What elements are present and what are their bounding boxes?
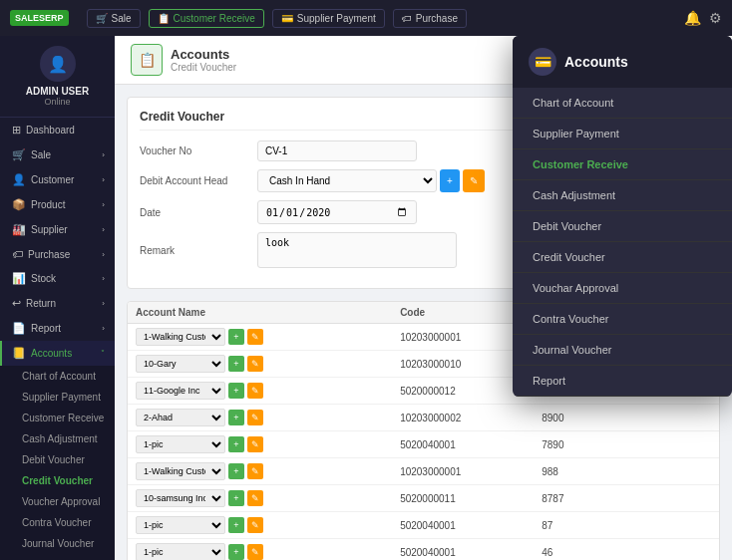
sidebar-item-customer[interactable]: 👤Customer › [0,167,115,192]
account-select-7[interactable]: 1-pic [136,516,225,534]
date-label: Date [140,207,249,218]
account-select-0[interactable]: 1-Walking Customer [136,328,225,346]
sale-menu-icon: 🛒 [12,148,26,160]
supplier-payment-nav-btn[interactable]: 💳 Supplier Payment [272,9,385,28]
action-cell-4 [632,431,719,458]
account-add-btn-6[interactable]: + [228,490,244,506]
submenu-credit-voucher[interactable]: Credit Voucher [0,470,115,491]
amount-cell-4: 7890 [534,431,632,458]
submenu-supplier-payment[interactable]: Supplier Payment [0,387,115,408]
submenu-cash-adjustment[interactable]: Cash Adjustment [0,428,115,449]
code-cell-6: 5020000011 [392,485,534,512]
sidebar-item-return[interactable]: ↩Return › [0,291,115,316]
chevron-right-icon4: › [102,250,105,259]
sidebar-item-dashboard[interactable]: ⊞Dashboard [0,118,115,142]
account-select-8[interactable]: 1-pic [136,543,225,560]
account-select-4[interactable]: 1-pic [136,435,225,453]
account-add-btn-5[interactable]: + [228,463,244,479]
account-cell-0: 1-Walking Customer + ✎ [128,324,392,351]
main-layout: 👤 ADMIN USER Online ⊞Dashboard 🛒Sale › 👤… [0,36,732,560]
submenu-customer-receive[interactable]: Customer Receive [0,408,115,428]
top-right: 🔔 ⚙ [684,10,722,26]
dashboard-icon: ⊞ [12,124,21,136]
dropdown-contra-voucher[interactable]: Contra Voucher [513,304,732,335]
account-edit-btn-1[interactable]: ✎ [247,356,263,372]
account-edit-btn-6[interactable]: ✎ [247,490,263,506]
sale-nav-btn[interactable]: 🛒 Sale [87,9,141,28]
settings-icon[interactable]: ⚙ [709,10,722,26]
account-edit-btn-4[interactable]: ✎ [247,436,263,452]
remark-textarea[interactable]: look [257,232,457,268]
debit-account-select[interactable]: Cash In Hand [257,169,437,192]
sidebar-item-supplier[interactable]: 🏭Supplier › [0,217,115,242]
submenu-debit-voucher[interactable]: Debit Voucher [0,449,115,470]
sidebar-item-stock[interactable]: 📊Stock › [0,266,115,291]
account-edit-btn-3[interactable]: ✎ [247,410,263,425]
amount-cell-8: 46 [534,539,632,561]
notification-icon[interactable]: 🔔 [684,10,701,26]
logo: SALESERP [10,10,69,26]
account-select-2[interactable]: 11-Google Inc [136,382,225,400]
dropdown-credit-voucher[interactable]: Credit Voucher [513,242,732,273]
submenu-report[interactable]: Report [0,554,115,560]
account-select-1[interactable]: 10-Gary [136,355,225,373]
debit-account-edit-btn[interactable]: ✎ [463,169,485,192]
account-add-btn-0[interactable]: + [228,329,244,345]
account-cell-4: 1-pic + ✎ [128,431,392,458]
purchase-menu-icon: 🏷 [12,248,23,260]
submenu-contra-voucher[interactable]: Contra Voucher [0,512,115,533]
sidebar-item-report[interactable]: 📄Report › [0,316,115,341]
voucher-no-input[interactable] [257,140,417,161]
account-cell-7: 1-pic + ✎ [128,512,392,539]
dropdown-customer-receive[interactable]: Customer Receive [513,149,732,180]
dropdown-journal-voucher[interactable]: Journal Voucher [513,335,732,366]
account-select-3[interactable]: 2-Ahad [136,409,225,426]
code-cell-7: 5020040001 [392,512,534,539]
submenu-chart-of-account[interactable]: Chart of Account [0,366,115,387]
account-add-btn-4[interactable]: + [228,436,244,452]
debit-account-label: Debit Account Head [140,175,249,186]
report-icon: 📄 [12,322,26,334]
sidebar-item-sale[interactable]: 🛒Sale › [0,142,115,167]
sidebar-item-product[interactable]: 📦Product › [0,192,115,217]
submenu-journal-voucher[interactable]: Journal Voucher [0,533,115,554]
account-select-6[interactable]: 10-samsung Inc [136,489,225,507]
debit-account-add-btn[interactable]: + [440,169,460,192]
customer-receive-nav-btn[interactable]: 📋 Customer Receive [149,9,264,28]
account-select-5[interactable]: 1-Walking Customer [136,462,225,480]
account-add-btn-2[interactable]: + [228,383,244,399]
dropdown-cash-adjustment[interactable]: Cash Adjustment [513,180,732,211]
dropdown-debit-voucher[interactable]: Debit Voucher [513,211,732,242]
submenu-voucher-approval[interactable]: Voucher Approval [0,491,115,512]
account-edit-btn-8[interactable]: ✎ [247,544,263,560]
dropdown-vouchar-approval[interactable]: Vouchar Approval [513,273,732,304]
account-add-btn-1[interactable]: + [228,356,244,372]
account-edit-btn-7[interactable]: ✎ [247,517,263,533]
dropdown-report[interactable]: Report [513,366,732,397]
account-cell-5: 1-Walking Customer + ✎ [128,458,392,485]
purchase-icon: 🏷 [402,13,412,24]
chevron-right-icon6: › [102,299,105,308]
action-cell-8 [632,539,719,561]
sidebar-item-purchase[interactable]: 🏷Purchase › [0,242,115,266]
account-add-btn-8[interactable]: + [228,544,244,560]
sidebar-item-accounts[interactable]: 📒Accounts ˅ [0,341,115,366]
avatar: 👤 [40,46,76,82]
user-role: Online [10,97,105,107]
account-add-btn-7[interactable]: + [228,517,244,533]
purchase-nav-btn[interactable]: 🏷 Purchase [393,9,467,28]
customer-receive-icon: 📋 [158,13,170,24]
sidebar-user: 👤 ADMIN USER Online [0,36,115,118]
dropdown-chart-of-account[interactable]: Chart of Account [513,88,732,119]
account-edit-btn-2[interactable]: ✎ [247,383,263,399]
account-edit-btn-0[interactable]: ✎ [247,329,263,345]
date-input[interactable] [257,200,417,224]
dropdown-supplier-payment[interactable]: Supplier Payment [513,119,732,149]
page-title-block: Accounts Credit Voucher [171,47,236,73]
account-edit-btn-5[interactable]: ✎ [247,463,263,479]
code-cell-5: 10203000001 [392,458,534,485]
account-add-btn-3[interactable]: + [228,410,244,425]
dropdown-header: 💳 Accounts [513,36,732,88]
table-row: 1-pic + ✎ 5020040001 7890 [128,431,719,458]
supplier-icon: 🏭 [12,223,26,235]
